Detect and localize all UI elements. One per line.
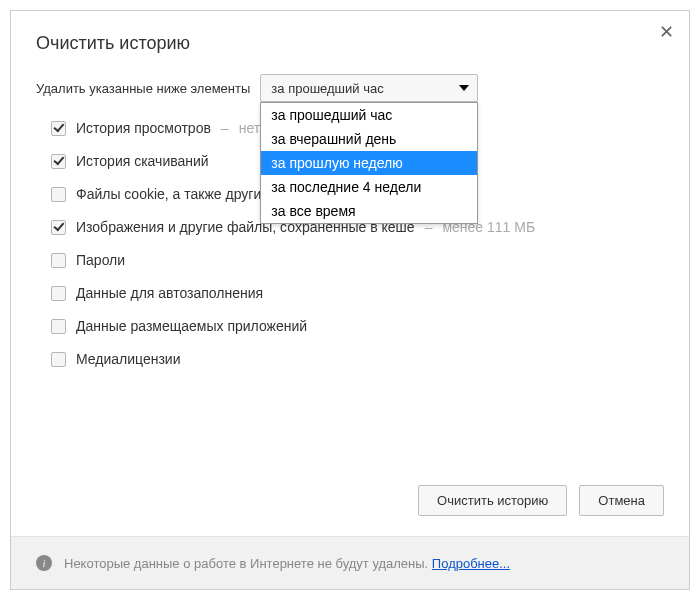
dialog-title: Очистить историю [11, 11, 689, 64]
checkbox-row: Данные размещаемых приложений [36, 318, 664, 334]
checkbox[interactable] [51, 187, 66, 202]
checkbox-row: Медиалицензии [36, 351, 664, 367]
time-range-option[interactable]: за последние 4 недели [261, 175, 477, 199]
learn-more-link[interactable]: Подробнее... [432, 556, 510, 571]
dialog-content: Удалить указанные ниже элементы за проше… [11, 64, 689, 470]
footer-text-content: Некоторые данные о работе в Интернете не… [64, 556, 432, 571]
button-row: Очистить историю Отмена [11, 470, 689, 536]
checkbox[interactable] [51, 286, 66, 301]
checkbox-row: Пароли [36, 252, 664, 268]
checkbox-row: Данные для автозаполнения [36, 285, 664, 301]
time-range-option[interactable]: за прошлую неделю [261, 151, 477, 175]
chevron-down-icon [459, 85, 469, 91]
time-range-option[interactable]: за прошедший час [261, 103, 477, 127]
hint-separator: – [221, 120, 229, 136]
checkbox[interactable] [51, 154, 66, 169]
time-range-option[interactable]: за вчерашний день [261, 127, 477, 151]
checkbox[interactable] [51, 220, 66, 235]
footer-text: Некоторые данные о работе в Интернете не… [64, 556, 510, 571]
checkbox[interactable] [51, 319, 66, 334]
checkbox-label[interactable]: Пароли [76, 252, 125, 268]
time-range-select-value: за прошедший час [271, 81, 383, 96]
clear-history-dialog: ✕ Очистить историю Удалить указанные ниж… [10, 10, 690, 590]
checkbox-label[interactable]: История скачиваний [76, 153, 209, 169]
footer: i Некоторые данные о работе в Интернете … [11, 536, 689, 589]
checkbox-label[interactable]: Данные размещаемых приложений [76, 318, 307, 334]
checkbox-hint: нет [239, 120, 260, 136]
clear-history-button[interactable]: Очистить историю [418, 485, 567, 516]
close-button[interactable]: ✕ [659, 23, 674, 41]
checkbox[interactable] [51, 352, 66, 367]
checkbox-label[interactable]: Данные для автозаполнения [76, 285, 263, 301]
time-range-dropdown: за прошедший часза вчерашний деньза прош… [260, 102, 478, 224]
checkbox-label[interactable]: Медиалицензии [76, 351, 181, 367]
checkbox[interactable] [51, 121, 66, 136]
time-range-label: Удалить указанные ниже элементы [36, 81, 250, 96]
checkbox[interactable] [51, 253, 66, 268]
time-range-select[interactable]: за прошедший час [260, 74, 478, 102]
checkbox-label[interactable]: История просмотров [76, 120, 211, 136]
time-range-row: Удалить указанные ниже элементы за проше… [36, 74, 664, 102]
time-range-option[interactable]: за все время [261, 199, 477, 223]
close-icon: ✕ [659, 22, 674, 42]
info-icon: i [36, 555, 52, 571]
cancel-button[interactable]: Отмена [579, 485, 664, 516]
time-range-select-wrap: за прошедший час за прошедший часза вчер… [260, 74, 478, 102]
